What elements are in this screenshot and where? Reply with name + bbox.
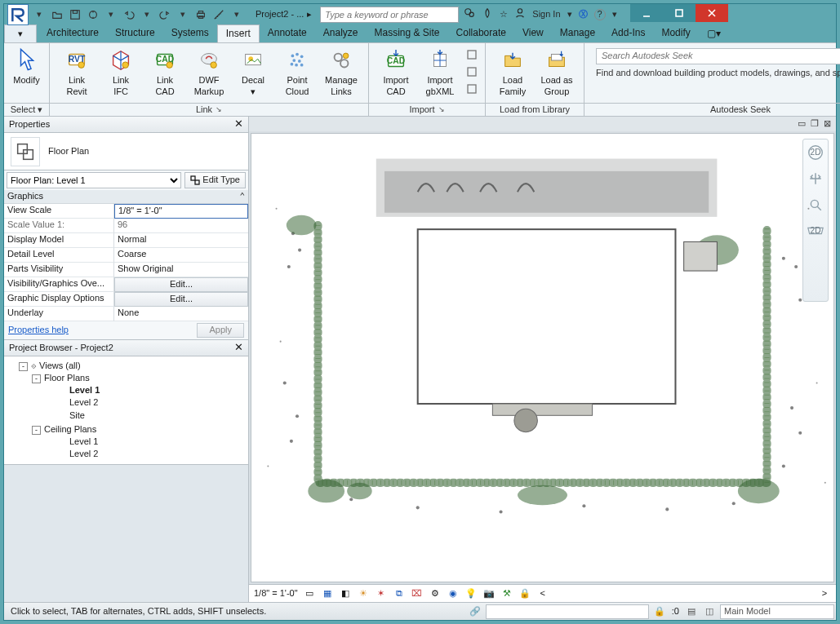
tab-annotate[interactable]: Annotate [260,24,315,42]
property-value[interactable]: Normal [114,233,248,248]
category-collapse-icon[interactable]: ⌃ [239,191,245,202]
application-menu-button[interactable] [7,4,29,25]
view-window-cascade-icon[interactable]: ❐ [811,118,819,130]
property-value[interactable]: 96 [114,219,248,233]
worksharing-display-icon[interactable]: 📷 [482,587,496,600]
tab-add-ins[interactable]: Add-Ins [603,24,653,42]
select-panel-label[interactable]: Select ▾ [4,103,49,116]
insert-from-file-icon[interactable] [464,46,480,63]
tree-item[interactable]: Level 1 [69,385,100,395]
image-icon[interactable] [464,64,480,80]
infocenter-search-input[interactable] [320,7,459,23]
apply-button[interactable]: Apply [197,323,244,338]
maximize-button[interactable] [663,4,696,22]
load-family-button[interactable]: Load Family [491,45,535,98]
exchange-icon[interactable]: Ⓧ [579,9,588,20]
view-window-minimize-icon[interactable]: ▭ [798,118,806,130]
select-links-icon[interactable]: ◫ [700,604,718,619]
tree-item[interactable]: Level 2 [69,397,98,407]
signin-label[interactable]: Sign In [532,9,560,20]
detail-level-icon[interactable]: ▦ [321,587,334,600]
tree-item[interactable]: Level 2 [69,449,98,458]
vt-chevron-icon[interactable]: < [536,587,549,600]
save-icon[interactable] [68,5,82,24]
model-graphics-icon[interactable]: ▭ [303,587,316,600]
design-options-select[interactable] [486,604,649,619]
link-revit-button[interactable]: RVTLink Revit [55,45,99,98]
modify-tool-button[interactable]: Modify [9,45,44,86]
print-icon[interactable] [193,5,208,24]
tree-item[interactable]: Site [69,410,85,420]
point-cloud-button[interactable]: Point Cloud [275,45,319,98]
drawing-canvas[interactable]: 2D 2D [251,133,834,582]
filter-icon[interactable]: ▤ [682,604,700,619]
redo-icon[interactable] [158,5,172,24]
import-cad-button[interactable]: CADImport CAD [374,45,418,98]
property-value[interactable]: Show Original [114,263,248,277]
favorites-icon[interactable]: ☆ [500,9,508,20]
tab-overflow-button[interactable]: ▢▾ [699,25,729,42]
view-window-close-icon[interactable]: ⊠ [824,118,831,130]
link-ifc-button[interactable]: Link IFC [99,45,143,98]
crop-view-icon[interactable]: ⧉ [393,587,406,600]
editable-only-icon[interactable]: 🔒 [651,604,669,619]
type-selector-dropdown[interactable]: Floor Plan: Level 1 [7,172,181,188]
open-icon[interactable] [50,5,64,24]
measure-icon[interactable] [211,5,226,24]
show-hidden-icon[interactable]: ⚙ [429,587,442,600]
property-value[interactable]: Coarse [114,248,248,263]
manage-images-icon[interactable] [464,81,480,97]
tree-root[interactable]: Views (all) [39,361,81,370]
tab-systems[interactable]: Systems [163,24,217,42]
tab-architecture[interactable]: Architecture [38,24,107,42]
load-as-group-button[interactable]: Load as Group [535,45,579,98]
seek-input[interactable] [597,51,840,62]
tab-structure[interactable]: Structure [107,24,163,42]
visual-style-icon[interactable]: ◧ [339,587,352,600]
analytical-icon[interactable]: ⚒ [500,587,513,600]
properties-help-link[interactable]: Properties help [8,325,69,336]
minimize-button[interactable] [630,4,663,22]
tree-group[interactable]: Ceiling Plans [44,424,96,434]
sun-path-icon[interactable]: ☀ [357,587,370,600]
tab-insert[interactable]: Insert [217,24,260,42]
reveal-hidden-icon[interactable]: 💡 [464,587,478,600]
link-panel-label[interactable]: Link [50,103,368,116]
help-dropdown-icon[interactable]: ▾ [612,9,617,20]
tree-group[interactable]: Floor Plans [44,373,90,383]
type-name[interactable]: Floor Plan [48,146,89,157]
import-gbxml-button[interactable]: Import gbXML [418,45,462,98]
tab-massing-site[interactable]: Massing & Site [367,24,448,42]
dwf-markup-button[interactable]: DWF Markup [187,45,231,98]
title-dropdown-icon[interactable]: ▸ [307,9,312,20]
property-category-graphics[interactable]: Graphics ⌃ [4,190,248,204]
file-menu-button[interactable]: ▾ [4,24,37,42]
property-value[interactable]: 1/8" = 1'-0" [114,204,248,219]
tree-twisty[interactable]: - [19,362,28,371]
view-scale-label[interactable]: 1/8" = 1'-0" [254,588,298,600]
tab-manage[interactable]: Manage [552,24,603,42]
manage-links-button[interactable]: Manage Links [319,45,363,98]
autodesk-seek-search[interactable] [596,48,840,64]
property-value[interactable]: Edit... [114,277,248,292]
signin-dropdown-icon[interactable]: ▾ [567,9,572,20]
tab-analyze[interactable]: Analyze [315,24,367,42]
tab-collaborate[interactable]: Collaborate [448,24,514,42]
help-icon[interactable]: ? [594,9,606,20]
subscription-icon[interactable] [482,7,493,22]
temporary-hide-icon[interactable]: ◉ [447,587,460,600]
signin-icon[interactable] [514,7,526,22]
crop-region-icon[interactable]: ⌧ [411,587,424,600]
property-value[interactable]: None [114,307,248,321]
sync-icon[interactable] [86,5,100,24]
tree-twisty[interactable]: - [32,426,41,435]
link-cad-button[interactable]: CADLink CAD [143,45,187,98]
project-browser-close-icon[interactable]: ✕ [234,341,243,354]
tab-view[interactable]: View [514,24,552,42]
qa-dropdown-icon[interactable]: ▾ [32,5,47,24]
decal--button[interactable]: Decal ▾ [231,45,275,98]
properties-close-icon[interactable]: ✕ [234,117,243,131]
shadows-icon[interactable]: ✶ [375,587,388,600]
undo-icon[interactable] [122,5,136,24]
vt-right-chevron-icon[interactable]: > [818,587,831,600]
